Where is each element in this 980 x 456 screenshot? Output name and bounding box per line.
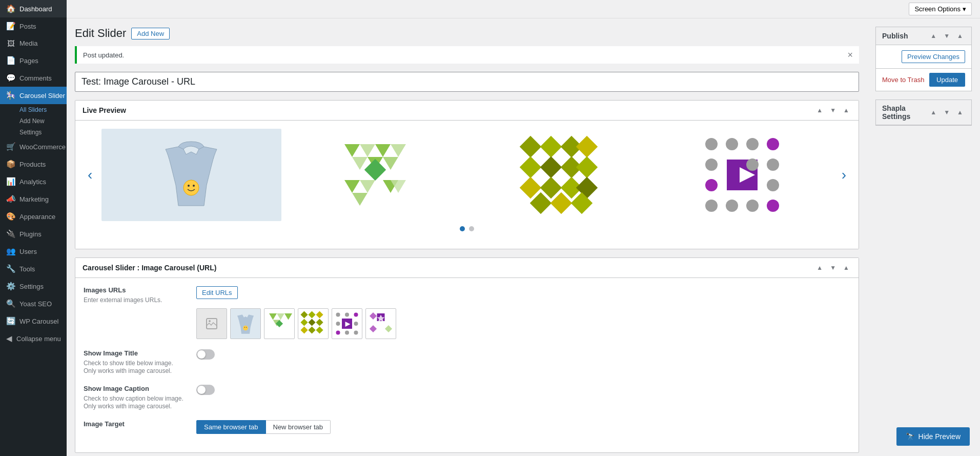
carousel-dot-1[interactable] [460,226,465,231]
publish-panel-header: Publish ▲ ▼ ▲ [876,27,971,45]
sidebar-item-wp-carousel[interactable]: 🔄 WP Carousel [0,312,67,330]
topbar: Screen Options ▾ [67,0,980,18]
svg-point-74 [354,331,358,335]
shapla-panel-down-button[interactable]: ▼ [942,108,952,117]
image-thumb-2 [264,308,295,339]
chevron-down-icon: ▾ [963,5,966,13]
image-thumb-placeholder [196,308,227,339]
sidebar-item-comments[interactable]: 💬 Comments [0,69,67,87]
svg-marker-51 [269,313,277,320]
svg-rect-61 [316,319,323,326]
svg-marker-3 [344,144,360,157]
publish-panel-up-button[interactable]: ▲ [928,31,938,41]
carousel-panel-toggle-button[interactable]: ▲ [841,263,851,272]
sidebar-item-label: Media [19,39,37,47]
sidebar-item-label: Appearance [19,213,55,221]
svg-point-66 [345,313,349,317]
svg-marker-53 [284,313,292,320]
show-image-caption-control [196,385,850,395]
show-image-title-toggle[interactable] [196,349,215,360]
update-button[interactable]: Update [929,73,965,87]
sidebar-item-appearance[interactable]: 🎨 Appearance [0,208,67,225]
svg-point-50 [246,327,247,327]
carousel-next-button[interactable]: › [838,167,850,183]
new-browser-tab-button[interactable]: New browser tab [266,420,331,434]
svg-point-35 [705,158,718,171]
same-browser-tab-button[interactable]: Same browser tab [196,420,266,434]
svg-rect-56 [300,311,308,318]
screen-options-button[interactable]: Screen Options ▾ [909,3,972,15]
publish-panel-toggle-button[interactable]: ▲ [955,31,965,41]
move-to-trash-link[interactable]: Move to Trash [882,76,924,84]
carousel-dot-2[interactable] [469,226,474,231]
carousel-settings: Images URLs Enter external images URLs. … [75,278,859,452]
purple-pattern [701,134,783,216]
panel-controls: ▲ ▼ ▲ [814,106,851,115]
hide-preview-button[interactable]: 🔭 Hide Preview [896,427,970,446]
panel-collapse-up-button[interactable]: ▲ [814,106,825,115]
carousel-slide-1 [101,129,281,221]
sidebar-item-products[interactable]: 📦 Products [0,155,67,173]
panel-collapse-down-button[interactable]: ▼ [828,106,838,115]
edit-urls-button[interactable]: Edit URLs [196,286,238,299]
image-thumb-1 [230,308,261,339]
sidebar-item-yoast-seo[interactable]: 🔍 Yoast SEO [0,295,67,312]
sidebar-item-media[interactable]: 🖼 Media [0,35,67,52]
settings-icon: ⚙️ [6,282,15,291]
svg-rect-23 [576,156,598,178]
carousel-panel-up-button[interactable]: ▲ [814,263,825,272]
svg-point-73 [345,331,349,335]
appearance-icon: 🎨 [6,212,15,221]
sidebar-item-posts[interactable]: 📝 Posts [0,17,67,35]
svg-point-38 [746,158,759,171]
add-new-button[interactable]: Add New [131,28,170,39]
sidebar-item-carousel-slider[interactable]: 🎠 Carousel Slider [0,87,67,104]
sidebar-sub-all-sliders[interactable]: All Sliders [0,104,67,115]
show-image-caption-toggle[interactable] [196,385,215,395]
image-thumbs-container [196,308,850,339]
sidebar-item-marketing[interactable]: 📣 Marketing [0,190,67,208]
shapla-panel-up-button[interactable]: ▲ [928,108,938,117]
sidebar-item-woocommerce[interactable]: 🛒 WooCommerce [0,138,67,155]
sidebar-item-label: Settings [19,283,44,290]
notice-close-icon[interactable]: × [847,50,853,60]
svg-point-68 [336,322,340,326]
sidebar-item-tools[interactable]: 🔧 Tools [0,260,67,277]
sidebar-sub-add-new[interactable]: Add New [0,115,67,127]
image-thumb-4 [332,308,362,339]
sidebar-item-users[interactable]: 👥 Users [0,243,67,260]
hoodie-illustration [160,139,222,211]
page-header: Edit Slider Add New [75,27,859,40]
sidebar-item-dashboard[interactable]: 🏠 Dashboard [0,0,67,17]
svg-point-48 [243,325,248,330]
sidebar-item-label: Tools [19,265,35,273]
sidebar-item-label: Products [19,161,46,168]
shapla-panel-toggle-button[interactable]: ▲ [955,108,965,117]
sidebar-item-pages[interactable]: 📄 Pages [0,52,67,69]
carousel-slides [101,129,832,221]
svg-rect-10 [364,159,386,181]
users-icon: 👥 [6,247,15,256]
sidebar-sub-settings[interactable]: Settings [0,127,67,138]
sidebar-item-plugins[interactable]: 🔌 Plugins [0,225,67,243]
sidebar-item-settings[interactable]: ⚙️ Settings [0,277,67,295]
media-icon: 🖼 [6,39,15,48]
svg-rect-60 [308,319,315,326]
image-target-buttons: Same browser tab New browser tab [196,420,850,434]
shapla-settings-panel: Shapla Settings ▲ ▼ ▲ [875,100,972,126]
slider-title-input[interactable] [75,72,859,92]
panel-toggle-button[interactable]: ▲ [841,106,851,115]
sidebar-item-collapse-menu[interactable]: ◀ Collapse menu [0,330,67,347]
carousel-panel-down-button[interactable]: ▼ [828,263,838,272]
sidebar-item-label: Plugins [19,230,42,238]
carousel-prev-button[interactable]: ‹ [84,167,96,183]
sidebar-item-label: Pages [19,57,38,65]
publish-panel-down-button[interactable]: ▼ [942,31,952,41]
preview-changes-button[interactable]: Preview Changes [902,50,965,63]
show-image-title-label: Show Image Title Check to show title bel… [84,349,186,374]
content-area: Edit Slider Add New Post updated. × Live… [67,18,980,456]
svg-point-0 [183,180,199,195]
sidebar-item-analytics[interactable]: 📊 Analytics [0,173,67,190]
hide-preview-icon: 🔭 [906,432,914,441]
preview-area: ‹ [75,121,859,249]
